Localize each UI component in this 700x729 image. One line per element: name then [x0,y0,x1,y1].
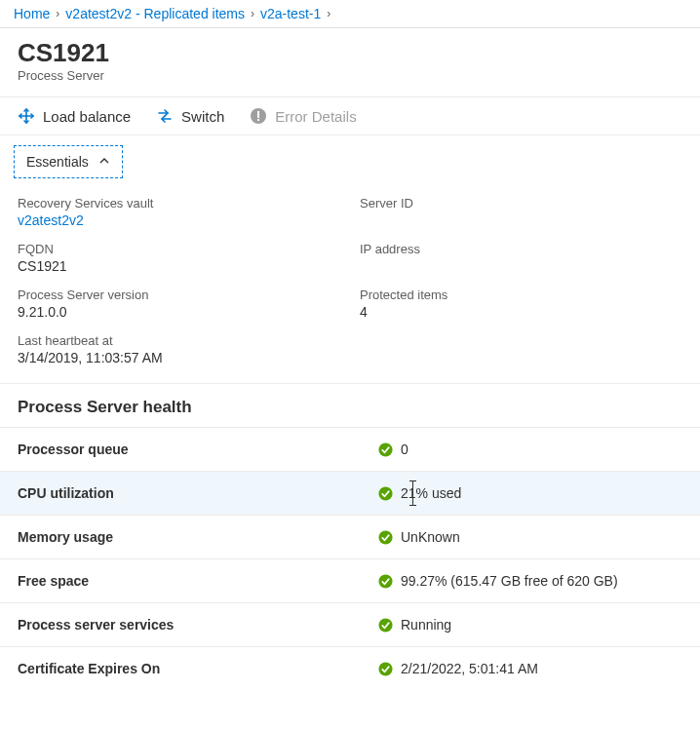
svg-point-9 [378,618,392,632]
health-row-value-text: UnKnown [401,529,460,545]
chevron-right-icon: › [327,7,331,20]
switch-icon [156,107,174,125]
chevron-up-icon [98,155,110,170]
health-row-value-text: 99.27% (615.47 GB free of 620 GB) [401,573,618,589]
chevron-right-icon: › [251,7,254,20]
status-ok-icon [378,442,393,457]
breadcrumb: Home › v2atest2v2 - Replicated items › v… [0,0,700,28]
load-balance-label: Load balance [43,108,131,125]
health-row-value: 2/21/2022, 5:01:41 AM [378,661,538,676]
essentials-label: IP address [360,242,682,256]
health-row-label: Certificate Expires On [18,661,378,676]
svg-rect-3 [257,111,259,118]
svg-point-8 [378,574,392,588]
page-title: CS1921 [18,38,682,68]
health-row[interactable]: Memory usageUnKnown [0,515,700,558]
essentials-toggle-label: Essentials [26,154,89,170]
status-ok-icon [378,662,393,676]
essentials-ip-address: IP address [360,242,682,274]
health-row-value: 21% used [378,485,461,501]
health-row-value: UnKnown [378,529,460,545]
health-row[interactable]: Certificate Expires On2/21/2022, 5:01:41… [0,646,700,690]
toolbar: Load balance Switch Err [0,96,700,135]
health-row-label: Process server services [18,617,378,633]
essentials-label: Last heartbeat at [18,333,682,348]
page-subtitle: Process Server [18,68,682,83]
essentials-protected-items: Protected items 4 [360,288,682,320]
essentials-label: Protected items [360,288,682,302]
switch-label: Switch [181,108,224,125]
chevron-right-icon: › [56,7,59,20]
svg-point-5 [378,442,392,456]
health-row-label: CPU utilization [18,485,378,501]
health-row-value-text: 2/21/2022, 5:01:41 AM [401,661,538,676]
essentials-value-link[interactable]: v2atest2v2 [18,212,340,228]
load-balance-icon [18,107,35,125]
essentials-fqdn: FQDN CS1921 [18,242,340,274]
essentials-recovery-vault: Recovery Services vault v2atest2v2 [18,196,340,228]
error-icon [250,107,267,125]
health-row-label: Processor queue [18,441,378,457]
error-details-button: Error Details [250,107,356,125]
status-ok-icon [378,618,393,633]
essentials-label: Process Server version [18,288,340,302]
health-row[interactable]: CPU utilization21% used [0,471,700,515]
essentials-value: 3/14/2019, 11:03:57 AM [18,350,682,365]
status-ok-icon [378,574,393,589]
health-row-value-text: 0 [401,441,408,457]
health-row-value-text: Running [401,617,451,633]
status-ok-icon [378,486,393,501]
essentials-label: FQDN [18,242,340,256]
error-details-label: Error Details [275,108,356,125]
svg-rect-4 [257,119,259,121]
health-row-value: 99.27% (615.47 GB free of 620 GB) [378,573,618,589]
switch-button[interactable]: Switch [156,107,224,125]
essentials-label: Server ID [360,196,682,211]
health-row-label: Free space [18,573,378,589]
health-row[interactable]: Free space99.27% (615.47 GB free of 620 … [0,558,700,602]
essentials-value: 4 [360,304,682,320]
essentials-ps-version: Process Server version 9.21.0.0 [18,288,340,320]
text-cursor-icon: 1 [408,485,416,501]
health-row[interactable]: Processor queue0 [0,427,700,471]
breadcrumb-link-vault[interactable]: v2atest2v2 - Replicated items [65,6,245,21]
essentials-value: CS1921 [18,258,340,274]
svg-point-7 [378,530,392,544]
svg-point-6 [378,486,392,500]
essentials-toggle[interactable]: Essentials [14,145,123,178]
essentials-label: Recovery Services vault [18,196,340,211]
svg-point-10 [378,662,392,675]
essentials-panel: Recovery Services vault v2atest2v2 Serve… [0,178,700,383]
load-balance-button[interactable]: Load balance [18,107,131,125]
page-header: CS1921 Process Server [0,28,700,96]
health-heading: Process Server health [18,398,682,417]
health-row-label: Memory usage [18,529,378,545]
essentials-value: 9.21.0.0 [18,304,340,320]
essentials-server-id: Server ID [360,196,682,228]
essentials-last-heartbeat: Last heartbeat at 3/14/2019, 11:03:57 AM [18,333,682,365]
health-row-value-text: 21% used [401,485,461,501]
status-ok-icon [378,530,393,545]
breadcrumb-link-item[interactable]: v2a-test-1 [260,6,321,21]
health-row-value: Running [378,617,451,633]
health-row[interactable]: Process server servicesRunning [0,602,700,646]
process-server-health-section: Process Server health Processor queue0CP… [0,383,700,690]
health-row-value: 0 [378,441,408,457]
breadcrumb-link-home[interactable]: Home [14,6,50,21]
